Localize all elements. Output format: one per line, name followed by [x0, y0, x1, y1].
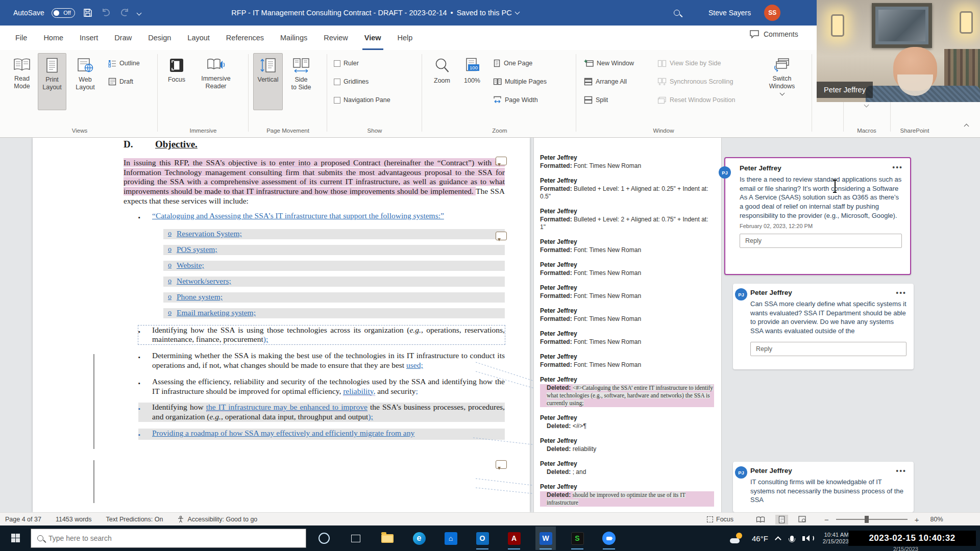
- comments-button[interactable]: Comments: [749, 30, 798, 39]
- zoom-button[interactable]: Zoom: [428, 53, 456, 110]
- weather-temperature[interactable]: 46°F: [752, 534, 768, 543]
- edge-button[interactable]: e: [409, 527, 429, 550]
- vertical-button[interactable]: Vertical: [253, 53, 283, 110]
- text-predictions-status[interactable]: Text Predictions: On: [106, 516, 163, 523]
- comment-menu-button[interactable]: [896, 467, 906, 475]
- read-mode-button[interactable]: Read Mode: [8, 53, 36, 110]
- arrange-all-button[interactable]: Arrange All: [584, 76, 627, 88]
- search-icon[interactable]: [674, 10, 680, 16]
- start-button[interactable]: [11, 534, 20, 542]
- word-button[interactable]: W: [535, 527, 556, 550]
- revision-entry[interactable]: Peter Jeffrey Deleted: ; and: [540, 460, 714, 476]
- revision-entry[interactable]: Peter Jeffrey Formatted: Font: Times New…: [540, 353, 714, 369]
- zoom-percentage[interactable]: 80%: [930, 516, 943, 523]
- word-count[interactable]: 11453 words: [56, 516, 92, 523]
- ribbon-tab[interactable]: Help: [389, 26, 421, 50]
- ruler-checkbox[interactable]: Ruler: [334, 57, 359, 69]
- comment-card[interactable]: PJ Peter Jeffrey Can SSA more clearly de…: [733, 284, 914, 369]
- revision-entry[interactable]: Peter Jeffrey Deleted: <#>¶: [540, 414, 714, 430]
- zoom-out-button[interactable]: −: [824, 515, 829, 524]
- print-layout-view-button[interactable]: [775, 515, 788, 524]
- zoom-slider[interactable]: [836, 519, 908, 520]
- synchronous-scrolling-button[interactable]: Synchronous Scrolling: [657, 76, 733, 88]
- macros-chevron-icon[interactable]: [864, 103, 869, 108]
- web-layout-view-button[interactable]: [795, 515, 809, 524]
- task-view-button[interactable]: [346, 527, 366, 550]
- revision-entry[interactable]: Peter Jeffrey Formatted: Font: Times New…: [540, 154, 714, 170]
- revision-entry[interactable]: Peter Jeffrey Deleted: <#>Cataloguing th…: [540, 376, 714, 407]
- ribbon-tab[interactable]: View: [356, 26, 389, 50]
- one-page-button[interactable]: One Page: [493, 57, 532, 69]
- revision-entry[interactable]: Peter Jeffrey Formatted: Font: Times New…: [540, 261, 714, 277]
- comment-menu-button[interactable]: [896, 289, 906, 297]
- saved-status[interactable]: Saved to this PC: [457, 9, 512, 17]
- reset-window-position-button[interactable]: Reset Window Position: [657, 94, 736, 106]
- taskbar-search[interactable]: [31, 529, 306, 548]
- microphone-tray-icon[interactable]: [790, 536, 794, 541]
- revision-entry[interactable]: Peter Jeffrey Formatted: Font: Times New…: [540, 307, 714, 323]
- read-mode-view-button[interactable]: [753, 515, 768, 524]
- revision-entry[interactable]: Peter Jeffrey Deleted: reliability: [540, 437, 714, 453]
- revision-entry[interactable]: Peter Jeffrey Formatted: Font: Times New…: [540, 284, 714, 300]
- ribbon-tab[interactable]: Layout: [179, 26, 218, 50]
- taskbar-search-input[interactable]: [48, 534, 273, 542]
- new-window-button[interactable]: New Window: [584, 57, 634, 69]
- accessibility-status[interactable]: Accessibility: Good to go: [177, 516, 257, 523]
- weather-icon[interactable]: [730, 533, 743, 544]
- ribbon-tab[interactable]: Draw: [106, 26, 140, 50]
- zoom-in-button[interactable]: +: [915, 515, 919, 524]
- web-layout-button[interactable]: Web Layout: [68, 53, 102, 110]
- cortana-button[interactable]: [314, 527, 334, 550]
- speaker-tray-icon[interactable]: [802, 535, 814, 541]
- focus-mode-button[interactable]: Focus: [707, 516, 733, 523]
- multiple-pages-button[interactable]: Multiple Pages: [493, 76, 547, 88]
- split-button[interactable]: Split: [584, 94, 608, 106]
- immersive-reader-button[interactable]: Immersive Reader: [192, 53, 240, 110]
- print-layout-button[interactable]: Print Layout: [38, 53, 66, 110]
- ribbon-tab[interactable]: Mailings: [272, 26, 315, 50]
- gridlines-checkbox[interactable]: Gridlines: [334, 76, 369, 88]
- comment-anchor-icon[interactable]: [496, 232, 507, 240]
- ribbon-tab[interactable]: Insert: [71, 26, 106, 50]
- view-side-by-side-button[interactable]: View Side by Side: [657, 57, 721, 69]
- revision-entry[interactable]: Peter Jeffrey Formatted: Font: Times New…: [540, 238, 714, 254]
- file-explorer-button[interactable]: [377, 527, 398, 550]
- navigation-pane-checkbox[interactable]: Navigation Pane: [334, 94, 390, 106]
- draft-button[interactable]: Draft: [108, 76, 133, 88]
- ribbon-tab[interactable]: Design: [140, 26, 179, 50]
- revision-entry[interactable]: Peter Jeffrey Formatted: Bulleted + Leve…: [540, 177, 714, 201]
- switch-windows-button[interactable]: Switch Windows: [757, 53, 806, 110]
- account-name[interactable]: Steve Sayers: [708, 9, 751, 17]
- reply-input[interactable]: [750, 342, 906, 356]
- ribbon-tab[interactable]: Review: [315, 26, 356, 50]
- ribbon-tab[interactable]: File: [7, 26, 35, 50]
- comment-card[interactable]: PJ Peter Jeffrey IT consulting firms wil…: [733, 462, 914, 512]
- revision-entry[interactable]: Peter Jeffrey Formatted: Font: Times New…: [540, 330, 714, 346]
- comment-card[interactable]: PJ Peter Jeffrey Is there a need to revi…: [724, 157, 911, 275]
- page-width-button[interactable]: Page Width: [493, 94, 538, 106]
- document-page[interactable]: D.Objective. In issuing this RFP, the SS…: [33, 138, 530, 512]
- account-avatar[interactable]: SS: [764, 5, 780, 21]
- revision-entry[interactable]: Peter Jeffrey Formatted: Bulleted + Leve…: [540, 208, 714, 231]
- taskbar-clock[interactable]: 10:41 AM 2/15/2023: [823, 532, 849, 545]
- side-to-side-button[interactable]: Side to Side: [285, 53, 317, 110]
- zoom-slider-thumb[interactable]: [865, 516, 869, 523]
- focus-button[interactable]: Focus: [163, 53, 190, 110]
- comment-anchor-icon[interactable]: [496, 157, 507, 165]
- revision-entry[interactable]: Peter Jeffrey Deleted: should be improve…: [540, 483, 714, 507]
- collapse-ribbon-button[interactable]: [964, 124, 969, 129]
- zoom-100-button[interactable]: 100 100%: [458, 53, 486, 110]
- microsoft-store-button[interactable]: ⌂: [440, 527, 461, 550]
- snagit-button[interactable]: S: [567, 527, 587, 550]
- comment-menu-button[interactable]: [892, 163, 903, 171]
- ribbon-tab[interactable]: Home: [35, 26, 71, 50]
- comment-anchor-icon[interactable]: [496, 460, 507, 469]
- page-indicator[interactable]: Page 4 of 37: [5, 516, 41, 523]
- hidden-icons-chevron[interactable]: [775, 536, 781, 543]
- zoom-button[interactable]: [599, 527, 619, 550]
- outlook-button[interactable]: O: [472, 527, 493, 550]
- acrobat-button[interactable]: A: [504, 527, 524, 550]
- ribbon-tab[interactable]: References: [218, 26, 272, 50]
- outline-button[interactable]: Outline: [108, 57, 140, 69]
- reply-input[interactable]: [740, 234, 902, 248]
